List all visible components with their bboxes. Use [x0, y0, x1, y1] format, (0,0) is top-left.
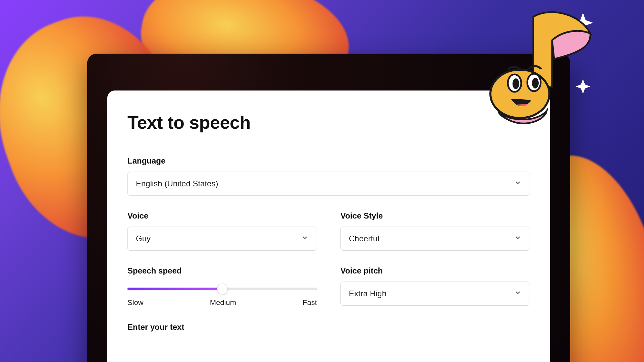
field-voice: Voice Guy — [127, 211, 317, 251]
tts-panel: Text to speech Language English (United … — [107, 90, 550, 362]
voice-style-select[interactable]: Cheerful — [340, 227, 530, 251]
language-label: Language — [127, 156, 530, 166]
window-frame: Text to speech Language English (United … — [87, 54, 570, 362]
speed-tick-slow: Slow — [127, 298, 144, 307]
speed-slider[interactable] — [127, 288, 317, 290]
speed-slider-thumb[interactable] — [217, 284, 228, 294]
voice-select[interactable]: Guy — [127, 227, 317, 251]
speech-speed-label: Speech speed — [127, 266, 317, 276]
chevron-down-icon — [514, 234, 522, 243]
field-voice-pitch: Voice pitch Extra High — [340, 266, 530, 307]
voice-pitch-value: Extra High — [349, 289, 386, 298]
voice-style-label: Voice Style — [340, 211, 530, 221]
speed-slider-fill — [127, 288, 222, 290]
speed-tick-fast: Fast — [303, 298, 317, 307]
chevron-down-icon — [301, 234, 309, 243]
voice-style-value: Cheerful — [349, 234, 379, 243]
enter-text-label: Enter your text — [127, 322, 530, 332]
music-note-sticker — [480, 0, 600, 124]
chevron-down-icon — [514, 289, 522, 298]
field-voice-style: Voice Style Cheerful — [340, 211, 530, 251]
voice-pitch-select[interactable]: Extra High — [340, 282, 530, 306]
voice-pitch-label: Voice pitch — [340, 266, 530, 276]
field-speech-speed: Speech speed Slow Medium Fast — [127, 266, 317, 307]
chevron-down-icon — [514, 179, 522, 188]
field-language: Language English (United States) — [127, 156, 530, 196]
field-enter-text: Enter your text — [127, 322, 530, 338]
speed-tick-medium: Medium — [210, 298, 236, 307]
svg-point-4 — [532, 78, 539, 88]
voice-value: Guy — [136, 234, 151, 243]
page-title: Text to speech — [127, 112, 530, 133]
svg-point-3 — [513, 78, 519, 89]
language-select[interactable]: English (United States) — [127, 172, 530, 196]
language-value: English (United States) — [136, 179, 218, 188]
voice-label: Voice — [127, 211, 317, 221]
